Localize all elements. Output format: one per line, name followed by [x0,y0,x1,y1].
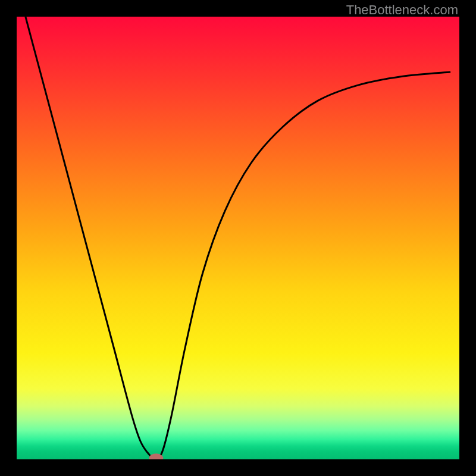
bottleneck-curve [26,17,450,459]
plot-area [17,17,459,459]
watermark-text: TheBottleneck.com [346,2,458,18]
chart-frame: TheBottleneck.com [0,0,476,476]
curve-layer [17,17,459,459]
